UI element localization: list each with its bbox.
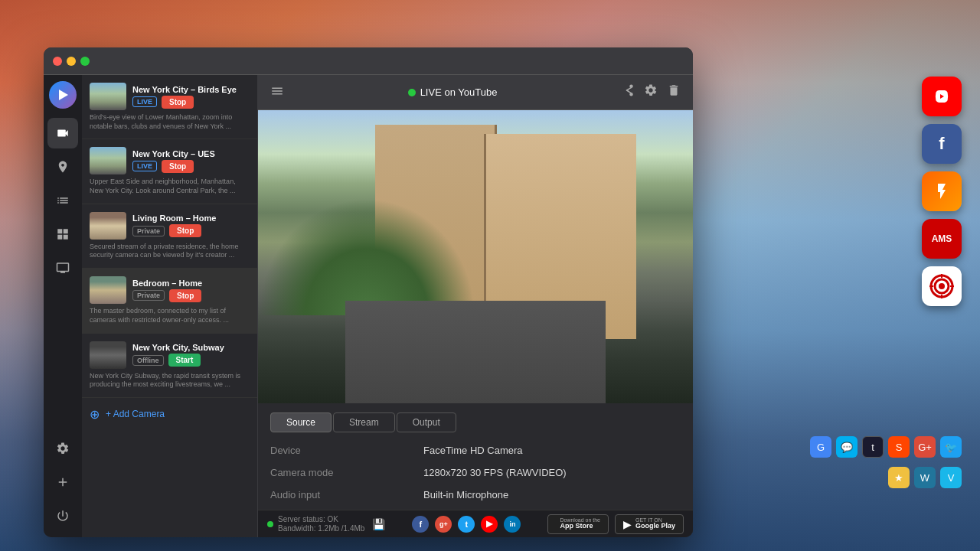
status-badge: Offline (132, 355, 164, 366)
google-mini-icon[interactable]: G (810, 436, 831, 458)
vimeo-mini-icon[interactable]: V (940, 467, 962, 488)
googleplus-social-icon[interactable]: g+ (435, 516, 452, 533)
status-badge: LIVE (132, 96, 157, 107)
add-camera-button[interactable]: ⊕ + Add Camera (82, 398, 257, 431)
twitter-social-icon[interactable]: t (458, 516, 475, 533)
server-text-group: Server status: OK Bandwidth: 1.2Mb /1.4M… (278, 515, 364, 533)
app-body: New York City – Birds Eye LIVE Stop Bird… (44, 75, 693, 537)
stop-button[interactable]: Stop (169, 289, 201, 302)
google-play-text: GET IT ON Google Play (635, 517, 675, 531)
sidebar-item-cameras[interactable] (47, 118, 78, 148)
google-play-icon: ▶ (623, 518, 632, 530)
camera-mode-value: 980x551 30 FPS (RAWVIDEO) (423, 467, 681, 478)
live-status-text: LIVE on YouTube (420, 86, 498, 98)
camera-info: New York City, Subway Offline Start (132, 343, 250, 367)
audio-input-label: Audio input (270, 489, 408, 500)
camera-thumbnail (90, 147, 126, 174)
top-actions (621, 83, 681, 101)
tab-output[interactable]: Output (397, 412, 456, 432)
facebook-dock-icon[interactable]: f (922, 124, 962, 164)
svg-point-2 (939, 283, 945, 289)
add-camera-label: + Add Camera (106, 409, 165, 419)
camera-list: New York City – Birds Eye LIVE Stop Bird… (82, 75, 258, 537)
server-status-text: Server status: OK (278, 515, 364, 524)
camera-name: New York City – Birds Eye (132, 85, 250, 94)
ams-dock-icon[interactable]: AMS (922, 219, 962, 259)
title-bar (44, 47, 693, 75)
camera-description: Secured stream of a private residence, t… (90, 243, 250, 260)
app-logo[interactable] (49, 81, 77, 109)
google-play-name: Google Play (635, 523, 675, 530)
wordpress-mini-icon[interactable]: W (914, 467, 936, 488)
camera-mode-label: Camera mode (270, 467, 408, 478)
stop-button[interactable]: Stop (162, 160, 194, 173)
social-icons: f g+ t ▶ in (412, 516, 521, 533)
device-value: FaceTime HD Camera (423, 445, 681, 456)
stumble-mini-icon[interactable]: S (888, 436, 910, 458)
settings-button[interactable] (644, 83, 658, 101)
sidebar-item-monitor[interactable] (47, 253, 78, 283)
tab-row: Source Stream Output (270, 412, 681, 432)
status-bar: Server status: OK Bandwidth: 1.2Mb /1.4M… (258, 510, 693, 537)
google-play-badge[interactable]: ▶ GET IT ON Google Play (615, 514, 684, 534)
share-button[interactable] (621, 83, 635, 101)
list-item[interactable]: Bedroom – Home Private Stop The master b… (82, 269, 257, 333)
bandwidth-text: Bandwidth: 1.2Mb /1.4Mb (278, 524, 364, 533)
camera-info: Living Room – Home Private Stop (132, 214, 250, 237)
lightning-dock-icon[interactable] (922, 171, 962, 211)
logo-play-icon (59, 90, 68, 100)
camera-description: The master bedroom, connected to my list… (90, 307, 250, 324)
sidebar-item-power[interactable] (47, 500, 78, 531)
sidebar-item-settings[interactable] (47, 433, 78, 464)
server-status-dot (267, 521, 273, 527)
twitter-mini-icon[interactable]: 🐦 (940, 436, 962, 458)
sidebar-icons (44, 75, 82, 537)
gc-mini-icon[interactable]: G+ (914, 436, 936, 458)
list-item[interactable]: Living Room – Home Private Stop Secured … (82, 204, 257, 269)
sidebar-item-map[interactable] (47, 152, 78, 182)
target-dock-icon[interactable] (922, 266, 962, 306)
tab-stream[interactable]: Stream (333, 412, 395, 432)
app-store-badge[interactable]: Download on the App Store (547, 514, 609, 534)
sidebar-item-grid[interactable] (47, 219, 78, 249)
list-item[interactable]: New York City – Birds Eye LIVE Stop Bird… (82, 75, 257, 139)
camera-thumbnail (90, 212, 126, 240)
camera-name: Bedroom – Home (132, 279, 250, 288)
yellow-mini-icon[interactable]: ★ (888, 467, 910, 488)
list-item[interactable]: New York City, Subway Offline Start New … (82, 334, 257, 398)
camera-description: Bird's-eye view of Lower Manhattan, zoom… (90, 113, 250, 131)
status-badge: LIVE (132, 161, 157, 171)
bottom-section: Source Stream Output Device FaceTime HD … (258, 403, 693, 510)
chat-mini-icon[interactable]: 💬 (836, 436, 858, 458)
add-circle-icon: ⊕ (90, 407, 100, 422)
sidebar-item-list[interactable] (47, 185, 78, 216)
close-button[interactable] (53, 57, 62, 66)
sidebar-item-plus[interactable] (47, 467, 78, 497)
menu-icon[interactable] (270, 84, 284, 101)
stop-button[interactable]: Stop (162, 96, 194, 109)
top-bar: LIVE on YouTube (258, 75, 693, 110)
start-button[interactable]: Start (168, 354, 201, 367)
list-item[interactable]: New York City – UES LIVE Stop Upper East… (82, 139, 257, 204)
maximize-button[interactable] (80, 57, 90, 66)
app-store-name: App Store (560, 523, 600, 530)
tab-source[interactable]: Source (270, 412, 332, 432)
delete-button[interactable] (667, 83, 681, 101)
status-badge: Private (132, 226, 165, 236)
camera-info: New York City – UES LIVE Stop (132, 149, 250, 173)
audio-input-value: Built-in Microphone (423, 489, 681, 500)
stop-button[interactable]: Stop (169, 224, 201, 237)
server-status: Server status: OK Bandwidth: 1.2Mb /1.4M… (267, 515, 385, 533)
youtube-social-icon[interactable]: ▶ (481, 516, 498, 533)
youtube-dock-icon[interactable] (922, 77, 962, 116)
main-content: LIVE on YouTube (258, 75, 693, 537)
linkedin-social-icon[interactable]: in (504, 516, 521, 533)
facebook-social-icon[interactable]: f (412, 516, 429, 533)
camera-description: Upper East Side and neighborhood, Manhat… (90, 178, 250, 195)
ams-label: AMS (932, 233, 952, 244)
minimize-button[interactable] (67, 57, 76, 66)
camera-name: New York City, Subway (132, 343, 250, 352)
traffic-lights (53, 57, 90, 66)
camera-info: Bedroom – Home Private Stop (132, 279, 250, 302)
tumblr-mini-icon[interactable]: t (862, 436, 884, 458)
